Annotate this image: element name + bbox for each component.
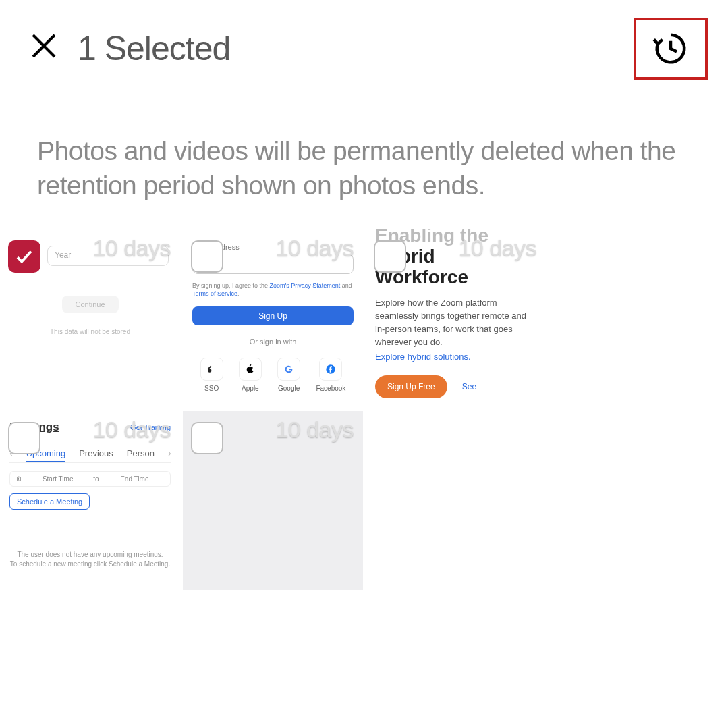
signup-button: Sign Up [192, 306, 354, 325]
data-not-stored-text: This data will not be stored [0, 328, 180, 335]
selection-checkbox[interactable] [191, 422, 223, 454]
selection-checkbox[interactable] [374, 240, 406, 273]
calendar-icon: 🗓 [16, 475, 22, 483]
photo-thumbnail[interactable]: 10 days Meetings Get Training ‹ Upcoming… [0, 411, 180, 590]
retention-badge: 10 days [275, 416, 354, 443]
retention-badge: 10 days [458, 235, 536, 261]
deletion-warning-text: Photos and videos will be permanently de… [0, 97, 728, 229]
provider-facebook: Facebook [316, 358, 345, 392]
cta-row: Sign Up Free See [375, 375, 536, 398]
provider-label: Facebook [316, 385, 345, 392]
provider-label: Apple [242, 385, 259, 392]
selection-checkbox[interactable] [8, 240, 40, 273]
signup-free-button: Sign Up Free [375, 375, 447, 398]
photo-thumbnail[interactable]: 10 days Email address By signing up, I a… [183, 229, 363, 408]
provider-apple: Apple [239, 358, 262, 392]
provider-label: Google [278, 385, 300, 392]
see-link: See [462, 382, 476, 391]
provider-google: Google [277, 358, 300, 392]
hybrid-body: Explore how the Zoom platform seamlessly… [375, 296, 536, 349]
agree-pre: By signing up, I agree to the [192, 282, 270, 289]
close-icon[interactable] [30, 32, 57, 65]
retention-badge: 10 days [275, 235, 354, 261]
header-left: 1 Selected [30, 29, 230, 68]
google-icon [277, 358, 300, 381]
date-range-row: 🗓 Start Time to End Time [9, 471, 171, 487]
terms-link: Terms of Service [192, 290, 237, 297]
selection-count-title: 1 Selected [78, 29, 230, 68]
to-label: to [93, 475, 99, 483]
explore-link: Explore hybrid solutions. [375, 352, 536, 362]
provider-row: SSO Apple Google Facebook [192, 358, 354, 392]
schedule-meeting-button: Schedule a Meeting [9, 493, 90, 510]
agree-mid: and [340, 282, 352, 289]
empty-line: The user does not have any upcoming meet… [9, 550, 171, 560]
agree-text: By signing up, I agree to the Zoom's Pri… [192, 282, 354, 298]
retention-badge: 10 days [92, 416, 171, 443]
privacy-link: Zoom's Privacy Statement [270, 282, 341, 289]
start-time-label: Start Time [28, 475, 88, 483]
or-signin-text: Or sign in with [192, 337, 354, 346]
empty-line: To schedule a new meeting click Schedule… [9, 560, 171, 569]
tab-personal: Person [127, 448, 155, 458]
restore-history-button[interactable] [634, 18, 708, 80]
provider-sso: SSO [200, 358, 223, 392]
photo-thumbnail[interactable]: 10 days [183, 411, 363, 590]
photo-thumbnail[interactable]: 10 days Year Continue This data will not… [0, 229, 180, 408]
empty-state-text: The user does not have any upcoming meet… [9, 550, 171, 569]
selection-checkbox[interactable] [191, 240, 223, 273]
end-time-label: End Time [105, 475, 165, 483]
tab-previous: Previous [79, 448, 113, 458]
photo-grid: 10 days Year Continue This data will not… [0, 229, 728, 590]
facebook-icon [319, 358, 342, 381]
apple-icon [239, 358, 262, 381]
key-icon [200, 358, 223, 381]
chevron-right-icon: › [168, 448, 171, 458]
retention-badge: 10 days [92, 235, 171, 261]
history-icon [652, 30, 689, 67]
provider-label: SSO [204, 385, 219, 392]
continue-button: Continue [62, 296, 119, 313]
selection-header: 1 Selected [0, 0, 728, 97]
selection-checkbox[interactable] [8, 422, 40, 454]
photo-thumbnail[interactable]: 10 days Enabling the Hybrid Workforce Ex… [366, 229, 546, 408]
